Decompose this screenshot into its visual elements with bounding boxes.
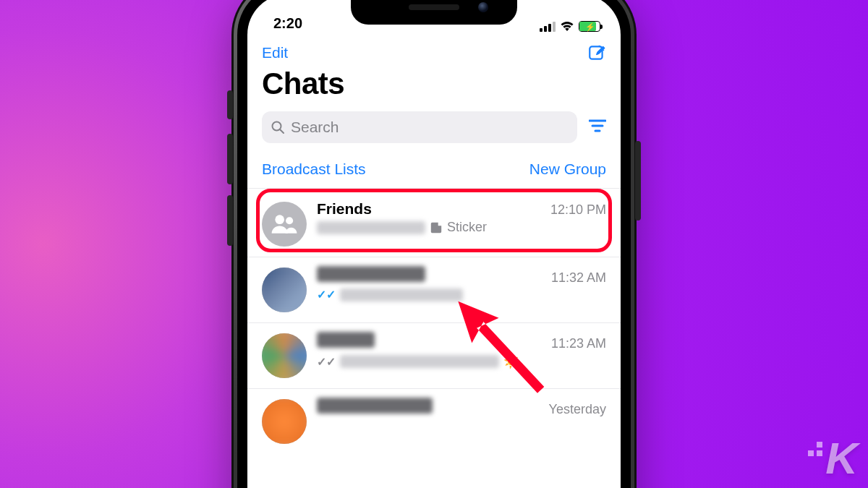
avatar bbox=[262, 399, 307, 444]
chat-row-friends[interactable]: Friends 12:10 PM Sticker bbox=[247, 188, 621, 257]
cellular-signal-icon bbox=[540, 22, 556, 32]
search-input[interactable]: Search bbox=[262, 111, 577, 143]
chat-row[interactable]: Yesterday bbox=[247, 388, 621, 454]
svg-line-2 bbox=[281, 130, 284, 134]
notch bbox=[351, 0, 517, 25]
compose-icon[interactable] bbox=[587, 43, 606, 62]
chat-snippet: Sticker bbox=[317, 220, 606, 235]
edit-button[interactable]: Edit bbox=[262, 44, 288, 61]
chat-time: 11:23 AM bbox=[551, 336, 606, 351]
chat-time: Yesterday bbox=[549, 402, 606, 417]
new-group-link[interactable]: New Group bbox=[529, 160, 606, 178]
chat-row[interactable]: 11:23 AM ✓✓ ☀️ bbox=[247, 322, 621, 388]
chat-name-redacted bbox=[317, 398, 433, 414]
phone-screen: 2:20 ⚡ Edit bbox=[247, 0, 621, 488]
sun-emoji: ☀️ bbox=[503, 354, 519, 369]
chat-name-redacted bbox=[317, 332, 375, 348]
svg-point-7 bbox=[286, 217, 293, 224]
search-placeholder: Search bbox=[291, 119, 339, 136]
battery-icon: ⚡ bbox=[579, 21, 600, 32]
read-ticks-icon: ✓✓ bbox=[317, 288, 336, 301]
chat-snippet: ✓✓ bbox=[317, 288, 606, 301]
sticker-icon bbox=[430, 221, 443, 234]
phone-mockup: 2:20 ⚡ Edit bbox=[231, 0, 637, 488]
chat-time: 11:32 AM bbox=[551, 270, 606, 286]
filter-icon[interactable] bbox=[589, 119, 606, 136]
chat-row[interactable]: 11:32 AM ✓✓ bbox=[247, 257, 621, 322]
watermark: K bbox=[808, 436, 856, 481]
wifi-icon bbox=[560, 21, 574, 32]
search-icon bbox=[271, 120, 285, 134]
svg-point-6 bbox=[275, 215, 284, 224]
chat-name: Friends bbox=[317, 200, 372, 218]
broadcast-lists-link[interactable]: Broadcast Lists bbox=[262, 160, 366, 178]
svg-point-1 bbox=[273, 122, 281, 131]
chat-time: 12:10 PM bbox=[550, 202, 606, 218]
chat-snippet: ✓✓ ☀️ bbox=[317, 354, 606, 369]
avatar bbox=[262, 267, 307, 312]
page-title: Chats bbox=[247, 64, 621, 111]
delivered-ticks-icon: ✓✓ bbox=[317, 355, 336, 369]
status-time: 2:20 bbox=[273, 15, 302, 32]
avatar bbox=[262, 202, 307, 247]
avatar bbox=[262, 333, 307, 378]
chat-name-redacted bbox=[317, 266, 425, 282]
